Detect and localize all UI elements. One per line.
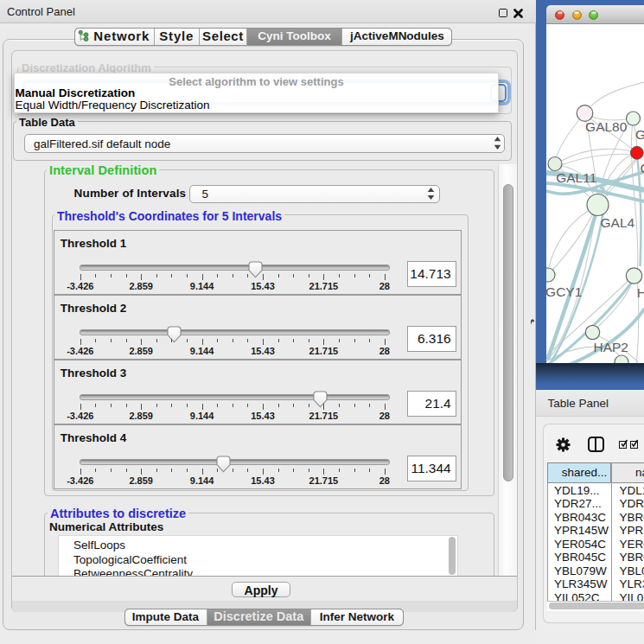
svg-text:G.: G. bbox=[635, 127, 644, 142]
svg-text:GAL11: GAL11 bbox=[556, 170, 596, 185]
svg-text:H: H bbox=[636, 285, 644, 300]
svg-text:C: C bbox=[640, 161, 644, 175]
svg-text:GCY1: GCY1 bbox=[546, 284, 582, 299]
svg-text:GAL80: GAL80 bbox=[585, 119, 628, 134]
svg-text:HAP2: HAP2 bbox=[593, 340, 628, 354]
svg-text:GAL4: GAL4 bbox=[600, 215, 634, 230]
